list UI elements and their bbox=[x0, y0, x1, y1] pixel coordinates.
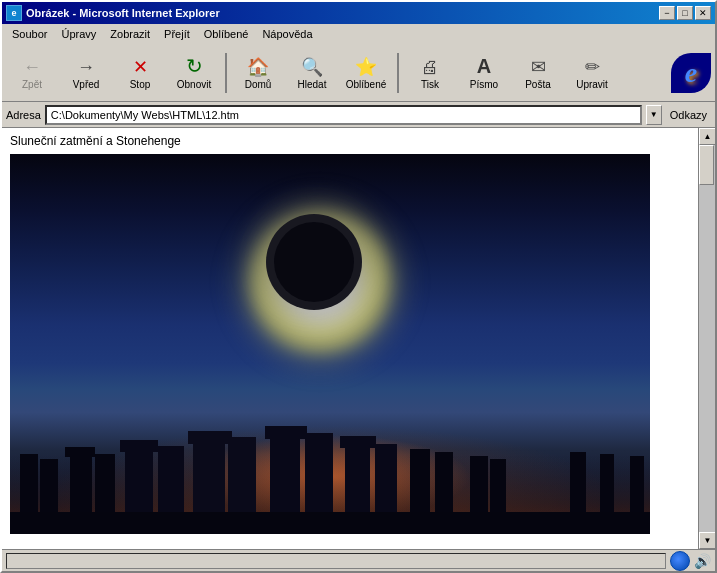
address-label: Adresa bbox=[6, 109, 41, 121]
eclipse-image bbox=[10, 154, 650, 534]
menu-help[interactable]: Nápověda bbox=[256, 26, 318, 42]
print-label: Tisk bbox=[421, 79, 439, 90]
svg-rect-21 bbox=[470, 456, 488, 514]
edit-button[interactable]: Upravit bbox=[566, 48, 618, 98]
svg-rect-13 bbox=[270, 429, 300, 514]
status-icons: 🔊 bbox=[670, 551, 711, 571]
favorites-label: Oblíbené bbox=[346, 79, 387, 90]
font-icon bbox=[477, 55, 491, 77]
menu-edit[interactable]: Úpravy bbox=[55, 26, 102, 42]
maximize-button[interactable]: □ bbox=[677, 6, 693, 20]
scroll-thumb[interactable] bbox=[699, 145, 714, 185]
mail-label: Pošta bbox=[525, 79, 551, 90]
window-icon: e bbox=[6, 5, 22, 21]
eclipse-moon bbox=[274, 222, 354, 302]
svg-rect-16 bbox=[345, 439, 370, 514]
page-content: Sluneční zatmění a Stonehenge bbox=[2, 128, 698, 549]
svg-rect-20 bbox=[435, 452, 453, 514]
ie-window: e Obrázek - Microsoft Internet Explorer … bbox=[0, 0, 717, 573]
scroll-up-button[interactable]: ▲ bbox=[699, 128, 715, 145]
globe-icon bbox=[670, 551, 690, 571]
minimize-button[interactable]: − bbox=[659, 6, 675, 20]
svg-rect-6 bbox=[95, 454, 115, 514]
refresh-label: Obnovit bbox=[177, 79, 211, 90]
forward-label: Vpřed bbox=[73, 79, 100, 90]
font-label: Písmo bbox=[470, 79, 498, 90]
status-text-panel bbox=[6, 553, 666, 569]
ie-logo-letter: e bbox=[685, 57, 697, 89]
print-icon bbox=[421, 55, 439, 77]
back-icon bbox=[23, 55, 41, 77]
search-icon bbox=[301, 55, 323, 77]
close-button[interactable]: ✕ bbox=[695, 6, 711, 20]
content-area: Sluneční zatmění a Stonehenge bbox=[2, 128, 715, 549]
toolbar-separator-1 bbox=[225, 53, 227, 93]
page-title: Sluneční zatmění a Stonehenge bbox=[10, 134, 690, 148]
svg-rect-22 bbox=[490, 459, 506, 514]
menu-go[interactable]: Přejít bbox=[158, 26, 196, 42]
vertical-scrollbar: ▲ ▼ bbox=[698, 128, 715, 549]
home-button[interactable]: Domů bbox=[232, 48, 284, 98]
mail-icon bbox=[531, 55, 546, 77]
svg-rect-19 bbox=[410, 449, 430, 514]
svg-rect-25 bbox=[630, 456, 644, 514]
font-button[interactable]: Písmo bbox=[458, 48, 510, 98]
refresh-button[interactable]: Obnovit bbox=[168, 48, 220, 98]
toolbar-separator-2 bbox=[397, 53, 399, 93]
svg-rect-7 bbox=[125, 442, 153, 514]
search-button[interactable]: Hledat bbox=[286, 48, 338, 98]
window-title: Obrázek - Microsoft Internet Explorer bbox=[26, 7, 220, 19]
edit-icon bbox=[585, 55, 600, 77]
toolbar: Zpět Vpřed Stop Obnovit Domů Hledat Oblí… bbox=[2, 44, 715, 102]
svg-rect-26 bbox=[10, 512, 650, 534]
title-bar-left: e Obrázek - Microsoft Internet Explorer bbox=[6, 5, 220, 21]
svg-rect-18 bbox=[375, 444, 397, 514]
title-bar-buttons: − □ ✕ bbox=[659, 6, 711, 20]
print-button[interactable]: Tisk bbox=[404, 48, 456, 98]
stop-button[interactable]: Stop bbox=[114, 48, 166, 98]
svg-rect-12 bbox=[228, 437, 256, 514]
menu-bar: Soubor Úpravy Zobrazit Přejít Oblíbené N… bbox=[2, 24, 715, 44]
svg-rect-5 bbox=[65, 447, 95, 457]
back-label: Zpět bbox=[22, 79, 42, 90]
favorites-button[interactable]: Oblíbené bbox=[340, 48, 392, 98]
back-button[interactable]: Zpět bbox=[6, 48, 58, 98]
scroll-down-button[interactable]: ▼ bbox=[699, 532, 715, 549]
refresh-icon bbox=[186, 55, 203, 77]
title-bar: e Obrázek - Microsoft Internet Explorer … bbox=[2, 2, 715, 24]
status-bar: 🔊 bbox=[2, 549, 715, 571]
svg-rect-9 bbox=[158, 446, 184, 514]
edit-label: Upravit bbox=[576, 79, 608, 90]
svg-rect-11 bbox=[188, 431, 232, 444]
stop-label: Stop bbox=[130, 79, 151, 90]
svg-rect-10 bbox=[193, 434, 225, 514]
menu-file[interactable]: Soubor bbox=[6, 26, 53, 42]
sound-icon: 🔊 bbox=[694, 553, 711, 569]
stonehenge-silhouette bbox=[10, 374, 650, 534]
favorites-icon bbox=[355, 55, 377, 77]
stop-icon bbox=[133, 55, 148, 77]
svg-rect-24 bbox=[600, 454, 614, 514]
svg-rect-8 bbox=[120, 440, 158, 452]
menu-view[interactable]: Zobrazit bbox=[104, 26, 156, 42]
svg-rect-17 bbox=[340, 436, 376, 448]
address-dropdown-button[interactable]: ▼ bbox=[646, 105, 662, 125]
mail-button[interactable]: Pošta bbox=[512, 48, 564, 98]
address-input[interactable] bbox=[45, 105, 642, 125]
svg-rect-4 bbox=[70, 449, 92, 514]
ie-logo: e bbox=[671, 53, 711, 93]
home-label: Domů bbox=[245, 79, 272, 90]
search-label: Hledat bbox=[298, 79, 327, 90]
svg-rect-14 bbox=[265, 426, 307, 439]
svg-rect-3 bbox=[40, 459, 58, 514]
address-bar: Adresa ▼ Odkazy bbox=[2, 102, 715, 128]
svg-rect-2 bbox=[20, 454, 38, 514]
svg-rect-23 bbox=[570, 452, 586, 514]
links-button[interactable]: Odkazy bbox=[666, 107, 711, 123]
svg-rect-15 bbox=[305, 433, 333, 514]
forward-icon bbox=[77, 55, 95, 77]
menu-favorites[interactable]: Oblíbené bbox=[198, 26, 255, 42]
scroll-track[interactable] bbox=[699, 145, 715, 532]
forward-button[interactable]: Vpřed bbox=[60, 48, 112, 98]
home-icon bbox=[247, 55, 269, 77]
